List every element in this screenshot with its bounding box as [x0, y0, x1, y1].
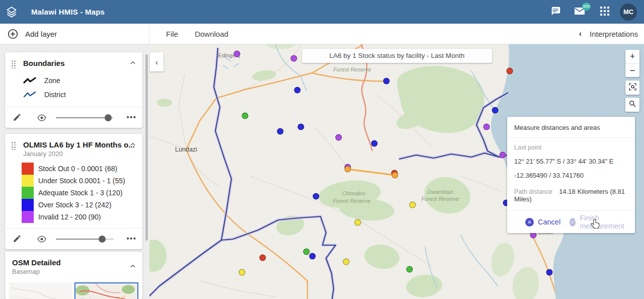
facility-point-purple[interactable]: [291, 55, 297, 62]
finish-measurement-button[interactable]: ✓ Finish measurement: [570, 214, 627, 230]
app-bar: Malawi HMIS - Maps 655 MC: [0, 0, 644, 24]
facility-point-blue[interactable]: [313, 193, 319, 200]
check-circle-icon: ✓: [570, 218, 576, 227]
facility-point-yellow[interactable]: [355, 219, 361, 226]
opacity-slider[interactable]: [56, 236, 114, 243]
map-title-chip: LA6 by 1 Stock status by facility - Last…: [302, 49, 492, 63]
facility-point-red[interactable]: [507, 68, 513, 74]
add-layer-button[interactable]: Add layer: [0, 24, 149, 44]
interpretations-toggle[interactable]: ‹ Interpretations: [579, 29, 638, 39]
apps-menu-button[interactable]: [595, 2, 615, 22]
zigzag-line-icon: [23, 91, 36, 98]
path-distance-label: Path distance: [514, 188, 552, 195]
coords-decimal: -12.365490 / 33.741760: [514, 172, 628, 179]
visibility-toggle[interactable]: [37, 234, 47, 244]
legend-label: Over Stock 3 - 12 (242): [38, 201, 112, 209]
mail-badge: 655: [582, 3, 591, 11]
facility-point-blue[interactable]: [309, 253, 316, 260]
menu-bar: Add layer File Download ‹ Interpretation…: [0, 24, 644, 44]
facility-point-blue[interactable]: [294, 87, 301, 94]
legend-swatch: [22, 163, 34, 175]
drag-handle-icon[interactable]: [12, 60, 17, 68]
facility-point-red[interactable]: [260, 255, 266, 261]
facility-point-purple[interactable]: [336, 134, 342, 141]
edit-layer-button[interactable]: [13, 113, 23, 123]
legend-label: Invalid 12 - 200 (90): [38, 213, 101, 221]
measure-point[interactable]: [345, 166, 351, 173]
legend-label: Under Stock 0.0001 - 1 (55): [38, 177, 125, 185]
facility-point-blue[interactable]: [298, 124, 304, 130]
facility-point-purple[interactable]: [484, 124, 490, 130]
legend-swatch: [22, 199, 34, 211]
facility-point-blue[interactable]: [277, 128, 284, 135]
boundary-item-district: District: [5, 88, 142, 102]
zoom-controls: + −: [625, 50, 639, 77]
layer-card-thematic: OLMIS LA6 by 1 HF Months o... January 20…: [5, 134, 142, 249]
facility-point-yellow[interactable]: [343, 259, 350, 265]
facility-point-yellow[interactable]: [239, 269, 246, 276]
app-title: Malawi HMIS - Maps: [31, 8, 105, 16]
facility-point-green[interactable]: [407, 266, 413, 273]
finish-label: Finish measurement: [580, 214, 627, 230]
edit-layer-button[interactable]: [13, 234, 23, 244]
search-icon: [628, 100, 636, 110]
zoom-extent-icon: [628, 83, 637, 93]
menu-download[interactable]: Download: [195, 30, 228, 38]
facility-point-green[interactable]: [303, 249, 310, 255]
boundary-item-label: Zone: [44, 77, 60, 85]
dhis2-logo-icon[interactable]: [4, 5, 19, 20]
opacity-slider[interactable]: [56, 114, 114, 121]
cancel-label: Cancel: [538, 218, 560, 226]
map-canvas[interactable]: EdingeniForest ReserveLundaziChimaliroFo…: [149, 44, 644, 299]
cancel-measurement-button[interactable]: ✕ Cancel: [525, 218, 560, 227]
visibility-toggle[interactable]: [37, 113, 47, 123]
zoom-out-button[interactable]: −: [625, 63, 639, 77]
layer-title: Boundaries: [23, 59, 135, 67]
facility-point-blue[interactable]: [546, 269, 553, 276]
menu-file[interactable]: File: [166, 30, 178, 38]
layer-title: OLMIS LA6 by 1 HF Months o...: [23, 140, 135, 149]
cancel-circle-icon: ✕: [525, 218, 534, 227]
basemap-thumbnail-light[interactable]: [9, 282, 72, 299]
legend-row: Stock Out 0 - 0.0001 (68): [22, 163, 142, 175]
facility-point-blue[interactable]: [492, 107, 499, 114]
apps-grid-icon: [600, 6, 610, 18]
legend-swatch: [22, 175, 34, 187]
boundary-item-label: District: [44, 91, 66, 99]
measure-panel: Measure distances and areas Last point 1…: [507, 117, 635, 233]
more-options-button[interactable]: •••: [126, 234, 136, 243]
facility-point-blue[interactable]: [371, 140, 378, 147]
legend-swatch: [22, 187, 34, 199]
chat-icon: [550, 6, 561, 19]
zigzag-line-icon: [23, 77, 36, 84]
collapse-panel-button[interactable]: ‹: [150, 52, 164, 71]
zoom-in-button[interactable]: +: [625, 50, 639, 63]
collapse-card-button[interactable]: [129, 141, 136, 148]
facility-point-purple[interactable]: [234, 51, 240, 57]
facility-point-green[interactable]: [242, 113, 249, 119]
collapse-card-button[interactable]: [129, 263, 136, 270]
facility-point-blue[interactable]: [383, 78, 390, 85]
layers-panel: Boundaries Zone District: [0, 44, 149, 299]
map-search-button[interactable]: [625, 98, 639, 112]
measure-point[interactable]: [392, 172, 398, 179]
coords-dms: 12° 21' 55.77" S / 33° 44' 30.34" E: [514, 158, 628, 165]
basemap-thumbnail-osm[interactable]: [74, 282, 138, 299]
legend-row: Invalid 12 - 200 (90): [22, 211, 142, 223]
drag-handle-icon[interactable]: [12, 142, 17, 150]
messages-button[interactable]: [545, 2, 566, 22]
legend-label: Adequate Stock 1 - 3 (120): [38, 189, 122, 197]
layer-title: OSM Detailed: [12, 258, 135, 267]
layer-period: January 2020: [23, 150, 135, 158]
panel-scrollbar[interactable]: [145, 54, 148, 241]
zoom-to-extent-button[interactable]: [625, 81, 639, 95]
chevron-left-icon: ‹: [579, 29, 582, 39]
add-circle-icon: [8, 29, 18, 39]
more-options-button[interactable]: •••: [126, 113, 136, 122]
facility-point-yellow[interactable]: [410, 202, 416, 208]
legend-row: Adequate Stock 1 - 3 (120): [22, 187, 142, 199]
facility-point-purple[interactable]: [500, 152, 506, 159]
user-avatar[interactable]: MC: [620, 4, 637, 21]
collapse-card-button[interactable]: [129, 59, 136, 66]
mail-button[interactable]: 655: [570, 2, 590, 22]
